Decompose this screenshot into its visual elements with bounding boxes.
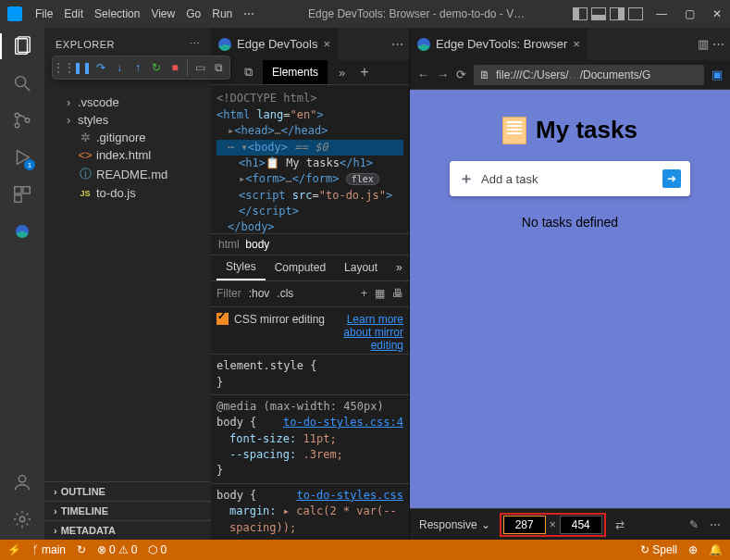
source-control-icon[interactable] xyxy=(11,109,33,131)
explorer-more-icon[interactable]: ⋯ xyxy=(190,38,201,50)
tab-browser[interactable]: Edge DevTools: Browser × xyxy=(410,28,588,60)
device-icon[interactable]: ⧉ xyxy=(239,63,257,81)
tabs-more-icon[interactable]: » xyxy=(333,66,351,80)
run-debug-icon[interactable]: 1 xyxy=(11,146,33,168)
menu-file[interactable]: File xyxy=(30,7,58,20)
debug-port[interactable]: ⬡ 0 xyxy=(148,543,167,556)
forward-icon[interactable]: → xyxy=(437,68,449,81)
tab-styles[interactable]: Styles xyxy=(217,255,266,280)
svg-point-2 xyxy=(16,77,26,87)
svg-point-4 xyxy=(15,113,19,118)
css-body-rule[interactable]: body {to-do-styles.css margin: ▸ calc(2 … xyxy=(211,483,409,540)
file-index-html[interactable]: <>index.html xyxy=(48,146,207,164)
css-media-rule[interactable]: @media (max-width: 450px) body {to-do-st… xyxy=(211,394,409,483)
breadcrumb[interactable]: html body xyxy=(211,233,409,255)
source-link[interactable]: to-do-styles.css:4 xyxy=(283,415,403,430)
reload-icon[interactable]: ⟳ xyxy=(456,68,466,81)
open-devtools-icon[interactable]: ▣ xyxy=(711,68,723,81)
menu-edit[interactable]: Edit xyxy=(58,7,89,20)
menu-go[interactable]: Go xyxy=(180,7,206,20)
debug-toolbar[interactable]: ⋮⋮ ❚❚ ↷ ↓ ↑ ↻ ■ ▭ ⧉ xyxy=(52,56,230,80)
menu-run[interactable]: Run xyxy=(206,7,238,20)
section-metadata[interactable]: ›METADATA xyxy=(44,520,211,540)
remote-icon[interactable]: ⚡ xyxy=(7,543,21,556)
debug-step-into-icon[interactable]: ↓ xyxy=(111,59,128,76)
hov-toggle[interactable]: :hov xyxy=(249,287,270,300)
tab-label: Edge DevTools: Browser xyxy=(436,37,567,51)
debug-inspect-icon[interactable]: ▭ xyxy=(192,59,208,76)
search-icon[interactable] xyxy=(11,72,33,94)
section-outline[interactable]: ›OUTLINE xyxy=(44,481,211,501)
add-tab-icon[interactable]: + xyxy=(360,64,368,81)
folder-vscode[interactable]: ›.vscode xyxy=(48,93,207,111)
window-close[interactable]: ✕ xyxy=(711,7,723,20)
tab-layout[interactable]: Layout xyxy=(335,255,387,280)
mirror-checkbox[interactable] xyxy=(217,313,229,325)
split-icon[interactable]: ▥ ⋯ xyxy=(698,37,730,51)
debug-step-out-icon[interactable]: ↑ xyxy=(130,59,146,76)
bell-icon[interactable]: 🔔 xyxy=(709,543,723,556)
feedback-icon[interactable]: ⊕ xyxy=(688,543,698,556)
url-bar[interactable]: 🗎 file:///C:/Users/…/Documents/G xyxy=(474,65,704,85)
add-task-input[interactable]: ＋ Add a task ➜ xyxy=(450,161,690,196)
close-icon[interactable]: × xyxy=(573,37,580,51)
dom-tree[interactable]: <!DOCTYPE html> <html lang="en"> ▸<head>… xyxy=(211,85,409,233)
doctype[interactable]: <!DOCTYPE html> xyxy=(217,91,403,106)
toolbar-more-icon[interactable]: ⋯ xyxy=(710,518,721,531)
layout-icon[interactable] xyxy=(628,7,643,20)
edge-icon[interactable] xyxy=(11,220,33,243)
tab-overflow-icon[interactable]: ⋯ xyxy=(391,37,409,51)
debug-stop-icon[interactable]: ■ xyxy=(167,59,183,76)
tab-edge-devtools[interactable]: Edge DevTools × xyxy=(211,28,339,60)
filter-label[interactable]: Filter xyxy=(217,287,241,300)
file-gitignore[interactable]: ✲.gitignore xyxy=(48,129,207,146)
height-input[interactable] xyxy=(560,516,602,534)
submit-icon[interactable]: ➜ xyxy=(662,169,681,188)
tab-computed[interactable]: Computed xyxy=(266,255,335,280)
debug-screencast-icon[interactable]: ⧉ xyxy=(210,59,227,76)
debug-drag-icon[interactable]: ⋮⋮ xyxy=(56,59,72,76)
close-icon[interactable]: × xyxy=(323,37,330,51)
rotate-icon[interactable]: ⇄ xyxy=(615,518,625,531)
preview-viewport: My tasks ＋ Add a task ➜ No tasks defined xyxy=(410,90,730,508)
styles-more-icon[interactable]: » xyxy=(387,255,412,280)
device-select[interactable]: Responsive⌄ xyxy=(419,518,490,531)
source-link[interactable]: to-do-styles.css xyxy=(296,488,403,504)
file-readme[interactable]: ⓘREADME.md xyxy=(48,164,207,184)
menu-view[interactable]: View xyxy=(145,7,180,20)
branch-indicator[interactable]: ᚶ main xyxy=(32,543,66,556)
print-icon[interactable]: 🖶 xyxy=(392,287,403,300)
css-element-style[interactable]: element.style { } xyxy=(211,354,409,394)
layout-icon[interactable] xyxy=(610,7,625,20)
width-input[interactable] xyxy=(503,516,546,534)
new-rule-icon[interactable]: + xyxy=(361,287,367,300)
menu-selection[interactable]: Selection xyxy=(89,7,145,20)
spell-indicator[interactable]: ↻ Spell xyxy=(640,543,677,556)
layout-icon[interactable] xyxy=(591,7,606,20)
svg-point-5 xyxy=(15,123,19,128)
sync-icon[interactable]: ↻ xyxy=(77,543,86,556)
explorer-icon[interactable] xyxy=(11,35,33,57)
menu-overflow[interactable]: ⋯ xyxy=(238,7,260,20)
settings-icon[interactable] xyxy=(11,508,33,530)
elements-tab[interactable]: Elements xyxy=(263,60,328,84)
debug-restart-icon[interactable]: ↻ xyxy=(148,59,165,76)
back-icon[interactable]: ← xyxy=(417,68,429,81)
debug-pause-icon[interactable]: ❚❚ xyxy=(74,59,91,76)
section-timeline[interactable]: ›TIMELINE xyxy=(44,501,211,520)
file-todo-js[interactable]: JSto-do.js xyxy=(48,184,207,202)
layout-controls[interactable] xyxy=(573,7,643,20)
problems-indicator[interactable]: ⊗ 0 ⚠ 0 xyxy=(97,543,137,556)
color-picker-icon[interactable]: ✎ xyxy=(689,518,699,531)
sidebar: EXPLORER ⋯ ⋮⋮ ❚❚ ↷ ↓ ↑ ↻ ■ ▭ ⧉ ›.vscode … xyxy=(44,28,211,540)
debug-step-over-icon[interactable]: ↷ xyxy=(93,59,109,76)
layout-icon[interactable] xyxy=(573,7,588,20)
account-icon[interactable] xyxy=(11,471,33,493)
mirror-link[interactable]: Learn more about mirror editing xyxy=(343,313,403,352)
window-maximize[interactable]: ▢ xyxy=(684,7,695,20)
window-minimize[interactable]: — xyxy=(656,7,667,20)
flexbox-icon[interactable]: ▦ xyxy=(375,287,385,300)
folder-styles[interactable]: ›styles xyxy=(48,111,207,129)
extensions-icon[interactable] xyxy=(11,183,33,205)
cls-toggle[interactable]: .cls xyxy=(277,287,293,300)
